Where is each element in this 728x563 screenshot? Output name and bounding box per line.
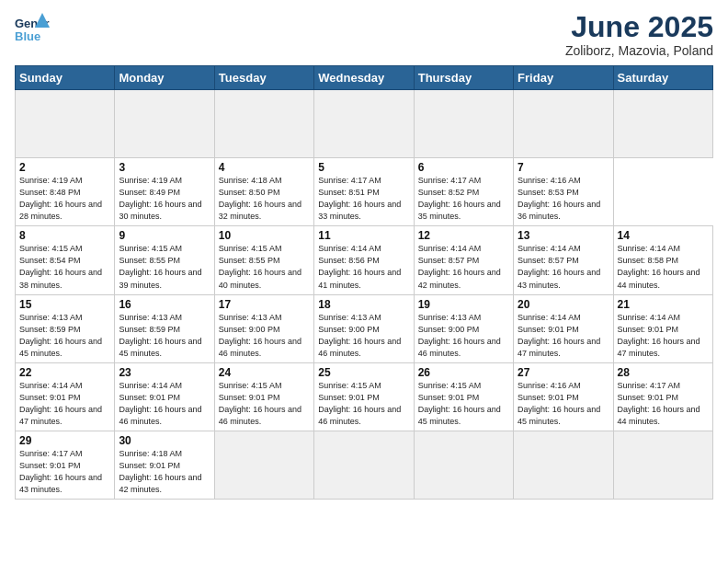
day-info: Sunrise: 4:14 AMSunset: 8:58 PMDaylight:… xyxy=(618,243,709,291)
col-wednesday: Wednesday xyxy=(314,66,414,90)
table-row: 25 Sunrise: 4:15 AMSunset: 9:01 PMDaylig… xyxy=(314,362,414,431)
day-info: Sunrise: 4:15 AMSunset: 9:01 PMDaylight:… xyxy=(418,380,509,428)
header: General Blue June 2025 Zoliborz, Mazovia… xyxy=(15,11,713,58)
table-row: 24 Sunrise: 4:15 AMSunset: 9:01 PMDaylig… xyxy=(214,362,313,431)
calendar-header-row: Sunday Monday Tuesday Wednesday Thursday… xyxy=(16,66,713,90)
table-row: 20 Sunrise: 4:14 AMSunset: 9:01 PMDaylig… xyxy=(514,294,613,362)
day-number: 24 xyxy=(219,366,310,379)
logo: General Blue xyxy=(15,11,50,46)
day-info: Sunrise: 4:18 AMSunset: 8:50 PMDaylight:… xyxy=(219,175,310,223)
day-number: 15 xyxy=(19,298,110,311)
table-row: 27 Sunrise: 4:16 AMSunset: 9:01 PMDaylig… xyxy=(514,362,613,431)
title-block: June 2025 Zoliborz, Mazovia, Poland xyxy=(565,11,713,58)
col-thursday: Thursday xyxy=(414,66,513,90)
day-number: 23 xyxy=(119,366,210,379)
day-number: 10 xyxy=(219,229,310,242)
table-row xyxy=(414,90,513,158)
col-monday: Monday xyxy=(115,66,214,90)
col-sunday: Sunday xyxy=(16,66,115,90)
table-row: 23 Sunrise: 4:14 AMSunset: 9:01 PMDaylig… xyxy=(115,362,214,431)
table-row xyxy=(115,90,214,158)
table-row xyxy=(314,431,414,499)
day-number: 5 xyxy=(318,161,409,174)
calendar-week-row xyxy=(16,90,713,158)
day-number: 16 xyxy=(119,298,210,311)
table-row xyxy=(613,90,712,158)
table-row: 22 Sunrise: 4:14 AMSunset: 9:01 PMDaylig… xyxy=(16,362,115,431)
calendar-week-row: 2 Sunrise: 4:19 AMSunset: 8:48 PMDayligh… xyxy=(16,158,713,226)
table-row: 9 Sunrise: 4:15 AMSunset: 8:55 PMDayligh… xyxy=(115,226,214,294)
day-number: 4 xyxy=(219,161,310,174)
table-row: 17 Sunrise: 4:13 AMSunset: 9:00 PMDaylig… xyxy=(214,294,313,362)
table-row xyxy=(514,90,613,158)
day-number: 11 xyxy=(318,229,409,242)
table-row xyxy=(314,90,414,158)
table-row: 2 Sunrise: 4:19 AMSunset: 8:48 PMDayligh… xyxy=(16,158,115,226)
day-number: 3 xyxy=(119,161,210,174)
day-number: 14 xyxy=(618,229,709,242)
day-number: 13 xyxy=(518,229,609,242)
day-number: 8 xyxy=(19,229,110,242)
day-number: 25 xyxy=(318,366,409,379)
table-row: 12 Sunrise: 4:14 AMSunset: 8:57 PMDaylig… xyxy=(414,226,513,294)
col-friday: Friday xyxy=(514,66,613,90)
table-row: 3 Sunrise: 4:19 AMSunset: 8:49 PMDayligh… xyxy=(115,158,214,226)
table-row: 19 Sunrise: 4:13 AMSunset: 9:00 PMDaylig… xyxy=(414,294,513,362)
table-row xyxy=(16,90,115,158)
day-number: 30 xyxy=(119,434,210,447)
day-info: Sunrise: 4:15 AMSunset: 8:55 PMDaylight:… xyxy=(219,243,310,291)
main-title: June 2025 xyxy=(565,11,713,43)
day-number: 19 xyxy=(418,298,509,311)
subtitle: Zoliborz, Mazovia, Poland xyxy=(565,43,713,58)
day-number: 26 xyxy=(418,366,509,379)
day-info: Sunrise: 4:16 AMSunset: 9:01 PMDaylight:… xyxy=(518,380,609,428)
day-info: Sunrise: 4:16 AMSunset: 8:53 PMDaylight:… xyxy=(518,175,609,223)
day-info: Sunrise: 4:14 AMSunset: 8:57 PMDaylight:… xyxy=(418,243,509,291)
day-number: 17 xyxy=(219,298,310,311)
day-number: 22 xyxy=(19,366,110,379)
day-number: 20 xyxy=(518,298,609,311)
day-number: 28 xyxy=(618,366,709,379)
calendar-week-row: 8 Sunrise: 4:15 AMSunset: 8:54 PMDayligh… xyxy=(16,226,713,294)
col-saturday: Saturday xyxy=(613,66,712,90)
day-info: Sunrise: 4:14 AMSunset: 9:01 PMDaylight:… xyxy=(618,312,709,360)
day-info: Sunrise: 4:19 AMSunset: 8:48 PMDaylight:… xyxy=(19,175,110,223)
table-row: 11 Sunrise: 4:14 AMSunset: 8:56 PMDaylig… xyxy=(314,226,414,294)
day-info: Sunrise: 4:17 AMSunset: 9:01 PMDaylight:… xyxy=(19,448,110,496)
day-info: Sunrise: 4:17 AMSunset: 8:51 PMDaylight:… xyxy=(318,175,409,223)
day-number: 12 xyxy=(418,229,509,242)
table-row xyxy=(613,431,712,499)
day-info: Sunrise: 4:15 AMSunset: 9:01 PMDaylight:… xyxy=(219,380,310,428)
logo-icon: General Blue xyxy=(15,11,50,46)
table-row: 5 Sunrise: 4:17 AMSunset: 8:51 PMDayligh… xyxy=(314,158,414,226)
table-row: 28 Sunrise: 4:17 AMSunset: 9:01 PMDaylig… xyxy=(613,362,712,431)
day-info: Sunrise: 4:17 AMSunset: 8:52 PMDaylight:… xyxy=(418,175,509,223)
table-row: 13 Sunrise: 4:14 AMSunset: 8:57 PMDaylig… xyxy=(514,226,613,294)
day-info: Sunrise: 4:13 AMSunset: 9:00 PMDaylight:… xyxy=(318,312,409,360)
table-row: 18 Sunrise: 4:13 AMSunset: 9:00 PMDaylig… xyxy=(314,294,414,362)
day-number: 2 xyxy=(19,161,110,174)
day-number: 29 xyxy=(19,434,110,447)
table-row xyxy=(214,431,313,499)
day-number: 9 xyxy=(119,229,210,242)
page: General Blue June 2025 Zoliborz, Mazovia… xyxy=(0,0,728,563)
day-info: Sunrise: 4:14 AMSunset: 9:01 PMDaylight:… xyxy=(119,380,210,428)
table-row: 29 Sunrise: 4:17 AMSunset: 9:01 PMDaylig… xyxy=(16,431,115,499)
table-row xyxy=(414,431,513,499)
day-number: 21 xyxy=(618,298,709,311)
day-info: Sunrise: 4:19 AMSunset: 8:49 PMDaylight:… xyxy=(119,175,210,223)
day-number: 18 xyxy=(318,298,409,311)
table-row: 6 Sunrise: 4:17 AMSunset: 8:52 PMDayligh… xyxy=(414,158,513,226)
day-info: Sunrise: 4:15 AMSunset: 8:54 PMDaylight:… xyxy=(19,243,110,291)
table-row: 7 Sunrise: 4:16 AMSunset: 8:53 PMDayligh… xyxy=(514,158,613,226)
table-row xyxy=(214,90,313,158)
day-info: Sunrise: 4:13 AMSunset: 8:59 PMDaylight:… xyxy=(19,312,110,360)
day-info: Sunrise: 4:13 AMSunset: 8:59 PMDaylight:… xyxy=(119,312,210,360)
table-row: 15 Sunrise: 4:13 AMSunset: 8:59 PMDaylig… xyxy=(16,294,115,362)
table-row xyxy=(514,431,613,499)
day-info: Sunrise: 4:14 AMSunset: 9:01 PMDaylight:… xyxy=(518,312,609,360)
svg-text:Blue: Blue xyxy=(15,29,40,43)
col-tuesday: Tuesday xyxy=(214,66,313,90)
day-info: Sunrise: 4:15 AMSunset: 9:01 PMDaylight:… xyxy=(318,380,409,428)
day-number: 27 xyxy=(518,366,609,379)
